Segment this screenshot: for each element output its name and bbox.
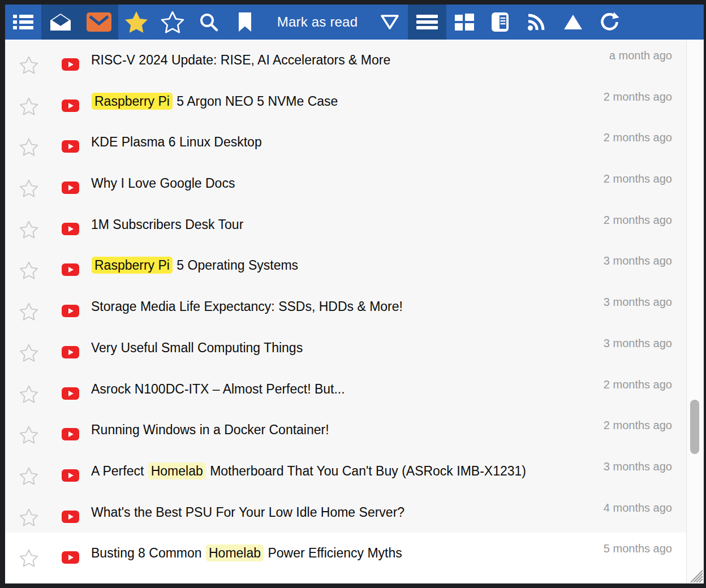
item-timestamp: 3 months ago bbox=[604, 460, 672, 473]
item-timestamp: 3 months ago bbox=[604, 296, 672, 309]
resize-grip-icon[interactable] bbox=[686, 566, 703, 583]
star-outline-icon bbox=[161, 11, 184, 33]
star-toggle-icon[interactable] bbox=[18, 97, 40, 115]
youtube-icon bbox=[62, 100, 79, 112]
item-title: 1M Subscribers Desk Tour bbox=[91, 217, 243, 232]
item-timestamp: 5 months ago bbox=[604, 542, 672, 555]
item-timestamp: 4 months ago bbox=[604, 501, 672, 514]
list-view-icon bbox=[13, 14, 33, 30]
layout-button[interactable] bbox=[446, 5, 483, 40]
item-title: What's the Best PSU For Your Low Idle Ho… bbox=[91, 504, 404, 520]
article-row[interactable]: Raspberry Pi 5 Operating Systems 3 month… bbox=[5, 245, 686, 286]
star-toggle-icon[interactable] bbox=[18, 56, 40, 74]
hamburger-menu-icon bbox=[416, 14, 438, 30]
article-row[interactable]: Busting 8 Common Homelab Power Efficienc… bbox=[5, 533, 686, 574]
star-toggle-icon[interactable] bbox=[18, 220, 40, 239]
open-envelope-icon bbox=[50, 13, 71, 31]
app-window: Mark as read bbox=[5, 5, 704, 583]
mark-unread-envelope-button[interactable] bbox=[80, 5, 118, 40]
article-row[interactable]: Asrock N100DC-ITX – Almost Perfect! But.… bbox=[5, 369, 686, 410]
star-toggle-icon[interactable] bbox=[18, 261, 40, 279]
menu-button[interactable] bbox=[408, 5, 446, 40]
bookmark-icon bbox=[238, 12, 252, 32]
youtube-icon bbox=[62, 387, 79, 400]
envelope-group-segment bbox=[41, 5, 118, 40]
star-toggle-icon[interactable] bbox=[18, 549, 40, 567]
article-pane-icon bbox=[492, 12, 510, 32]
item-title: Storage Media Life Expectancy: SSDs, HDD… bbox=[91, 299, 403, 314]
bookmark-button[interactable] bbox=[227, 5, 263, 40]
item-timestamp: 2 months ago bbox=[604, 90, 672, 103]
item-title: Raspberry Pi 5 Argon NEO 5 NVMe Case bbox=[91, 93, 338, 109]
article-list: RISC-V 2024 Update: RISE, AI Accelerator… bbox=[5, 40, 686, 583]
hamburger-segment bbox=[408, 5, 446, 40]
article-row[interactable]: 1M Subscribers Desk Tour 2 months ago bbox=[5, 204, 686, 245]
item-timestamp: 2 months ago bbox=[604, 172, 672, 185]
item-title: RISC-V 2024 Update: RISE, AI Accelerator… bbox=[91, 52, 390, 68]
article-row[interactable]: Running Windows in a Docker Container! 2… bbox=[5, 409, 686, 451]
article-pane-button[interactable] bbox=[483, 5, 519, 40]
item-title: A Perfect Homelab Motherboard That You C… bbox=[91, 463, 526, 479]
article-row[interactable]: What's the Best PSU For Your Low Idle Ho… bbox=[5, 492, 686, 533]
layout-grid-icon bbox=[454, 13, 475, 31]
filter-funnel-icon bbox=[380, 14, 400, 31]
item-timestamp: 2 months ago bbox=[604, 378, 672, 391]
article-row[interactable]: Why I Love Google Docs 2 months ago bbox=[5, 163, 686, 204]
item-timestamp: 2 months ago bbox=[604, 419, 672, 432]
star-toggle-icon[interactable] bbox=[18, 508, 40, 526]
filter-button[interactable] bbox=[372, 5, 408, 40]
youtube-icon bbox=[62, 428, 79, 440]
star-toggle-icon[interactable] bbox=[18, 302, 40, 321]
youtube-icon bbox=[62, 305, 79, 317]
item-timestamp: 2 months ago bbox=[604, 131, 672, 144]
youtube-icon bbox=[62, 181, 79, 194]
mark-read-envelope-button[interactable] bbox=[41, 5, 80, 40]
star-toggle-icon[interactable] bbox=[18, 467, 40, 485]
unflag-starred-button[interactable] bbox=[154, 5, 191, 40]
item-timestamp: 2 months ago bbox=[604, 214, 672, 227]
rss-icon bbox=[527, 13, 546, 31]
item-title: Raspberry Pi 5 Operating Systems bbox=[91, 257, 298, 273]
toolbar: Mark as read bbox=[5, 5, 704, 40]
star-toggle-icon[interactable] bbox=[18, 179, 40, 197]
item-title: Asrock N100DC-ITX – Almost Perfect! But.… bbox=[91, 381, 345, 397]
content-area: RISC-V 2024 Update: RISE, AI Accelerator… bbox=[5, 40, 704, 583]
article-row[interactable]: Raspberry Pi 5 Argon NEO 5 NVMe Case 2 m… bbox=[5, 81, 686, 122]
star-toggle-icon[interactable] bbox=[18, 426, 40, 444]
item-timestamp: 3 months ago bbox=[604, 337, 672, 350]
article-row[interactable]: Very Useful Small Computing Things 3 mon… bbox=[5, 327, 686, 369]
unread-envelope-icon bbox=[87, 12, 111, 32]
mark-as-read-label: Mark as read bbox=[277, 14, 358, 30]
youtube-icon bbox=[62, 511, 79, 523]
flag-starred-button[interactable] bbox=[118, 5, 154, 40]
star-toggle-icon[interactable] bbox=[18, 385, 40, 403]
star-toggle-icon[interactable] bbox=[18, 344, 40, 362]
article-row[interactable]: RISC-V 2024 Update: RISE, AI Accelerator… bbox=[5, 40, 686, 81]
mark-as-read-button[interactable]: Mark as read bbox=[263, 5, 372, 40]
scrollbar-track[interactable] bbox=[686, 40, 704, 583]
triangle-up-icon bbox=[563, 14, 583, 31]
item-timestamp: 3 months ago bbox=[604, 254, 672, 267]
item-title: Why I Love Google Docs bbox=[91, 175, 235, 191]
article-row[interactable]: KDE Plasma 6 Linux Desktop 2 months ago bbox=[5, 122, 686, 163]
refresh-button[interactable] bbox=[591, 5, 627, 40]
refresh-icon bbox=[599, 12, 619, 32]
search-button[interactable] bbox=[191, 5, 227, 40]
youtube-icon bbox=[62, 263, 79, 276]
star-toggle-icon[interactable] bbox=[18, 138, 40, 156]
rss-button[interactable] bbox=[519, 5, 555, 40]
star-filled-icon bbox=[124, 11, 148, 33]
youtube-icon bbox=[62, 551, 79, 564]
article-row[interactable]: Storage Media Life Expectancy: SSDs, HDD… bbox=[5, 286, 686, 327]
item-title: Very Useful Small Computing Things bbox=[91, 340, 303, 356]
item-title: Busting 8 Common Homelab Power Efficienc… bbox=[91, 545, 402, 561]
scrollbar-thumb[interactable] bbox=[690, 400, 699, 454]
list-view-button[interactable] bbox=[5, 5, 41, 40]
article-row[interactable]: A Perfect Homelab Motherboard That You C… bbox=[5, 451, 686, 492]
search-icon bbox=[199, 12, 218, 32]
item-timestamp: a month ago bbox=[609, 49, 672, 62]
item-title: Running Windows in a Docker Container! bbox=[91, 422, 329, 438]
youtube-icon bbox=[62, 140, 79, 153]
expand-button[interactable] bbox=[555, 5, 591, 40]
youtube-icon bbox=[62, 469, 79, 482]
